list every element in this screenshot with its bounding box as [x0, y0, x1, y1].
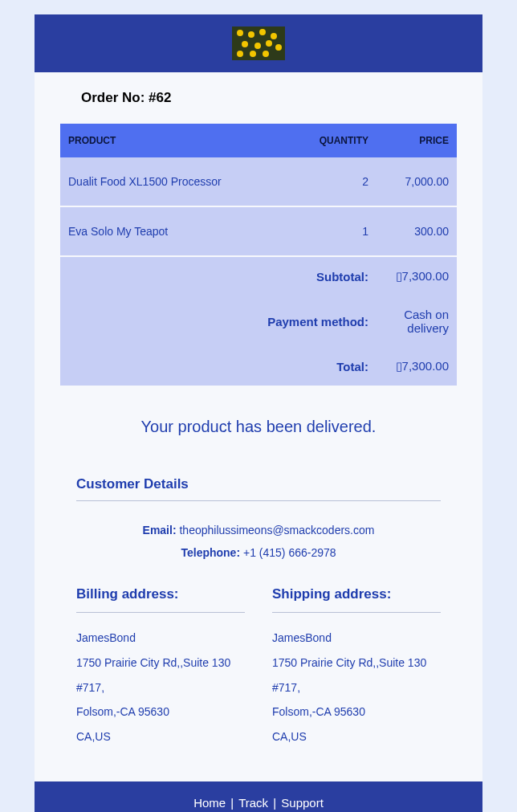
telephone-label: Telephone: — [181, 546, 240, 559]
telephone-value: +1 (415) 666-2978 — [243, 546, 336, 559]
footer-link-support[interactable]: Support — [281, 796, 324, 810]
footer-sep: | — [230, 796, 234, 810]
footer-link-home[interactable]: Home — [193, 796, 226, 810]
footer-sep: | — [273, 796, 276, 810]
payment-label: Payment method: — [60, 296, 377, 347]
item-name: Eva Solo My Teapot — [60, 206, 296, 256]
shipping-line2: Folsom,-CA 95630 — [272, 700, 441, 724]
order-number: #62 — [149, 90, 171, 105]
total-row: Total: ▯7,300.00 — [60, 347, 457, 386]
item-name: Dualit Food XL1500 Processor — [60, 157, 296, 206]
item-qty: 1 — [296, 206, 377, 256]
subtotal-row: Subtotal: ▯7,300.00 — [60, 256, 457, 296]
billing-name: JamesBond — [76, 626, 245, 651]
header-bar — [35, 14, 482, 72]
order-label: Order No: — [81, 90, 145, 105]
subtotal-label: Subtotal: — [60, 256, 377, 296]
shipping-line1: 1750 Prairie City Rd,,Suite 130 #717, — [272, 651, 441, 700]
table-row: Eva Solo My Teapot 1 300.00 — [60, 206, 457, 256]
total-label: Total: — [60, 347, 377, 386]
payment-row: Payment method: Cash on delivery — [60, 296, 457, 347]
email-value: theophilussimeons@smackcoders.com — [179, 524, 374, 537]
billing-line2: Folsom,-CA 95630 — [76, 700, 245, 724]
shipping-name: JamesBond — [272, 626, 441, 651]
billing-line1: 1750 Prairie City Rd,,Suite 130 #717, — [76, 651, 245, 700]
col-quantity: QUANTITY — [296, 124, 377, 157]
col-product: PRODUCT — [60, 124, 296, 157]
payment-value: Cash on delivery — [377, 296, 457, 347]
billing-line3: CA,US — [76, 724, 245, 749]
item-price: 300.00 — [377, 206, 457, 256]
order-table: PRODUCT QUANTITY PRICE Dualit Food XL150… — [60, 124, 457, 386]
shipping-line3: CA,US — [272, 724, 441, 749]
table-row: Dualit Food XL1500 Processor 2 7,000.00 — [60, 157, 457, 206]
billing-title: Billing address: — [76, 586, 245, 613]
item-price: 7,000.00 — [377, 157, 457, 206]
col-price: PRICE — [377, 124, 457, 157]
subtotal-value: ▯7,300.00 — [377, 256, 457, 296]
content-area: Order No: #62 PRODUCT QUANTITY PRICE Dua… — [35, 72, 482, 781]
customer-details-title: Customer Details — [76, 476, 441, 501]
footer-bar: Home | Track | Support — [35, 781, 482, 812]
delivered-message: Your product has been delivered. — [35, 386, 482, 476]
shipping-address-block: Shipping address: JamesBond 1750 Prairie… — [272, 586, 441, 749]
header-image — [232, 27, 285, 60]
customer-info: Email: theophilussimeons@smackcoders.com… — [76, 501, 441, 586]
item-qty: 2 — [296, 157, 377, 206]
total-value: ▯7,300.00 — [377, 347, 457, 386]
footer-link-track[interactable]: Track — [238, 796, 268, 810]
email-label: Email: — [143, 524, 177, 537]
shipping-title: Shipping address: — [272, 586, 441, 613]
order-number-line: Order No: #62 — [35, 72, 482, 124]
billing-address-block: Billing address: JamesBond 1750 Prairie … — [76, 586, 245, 749]
